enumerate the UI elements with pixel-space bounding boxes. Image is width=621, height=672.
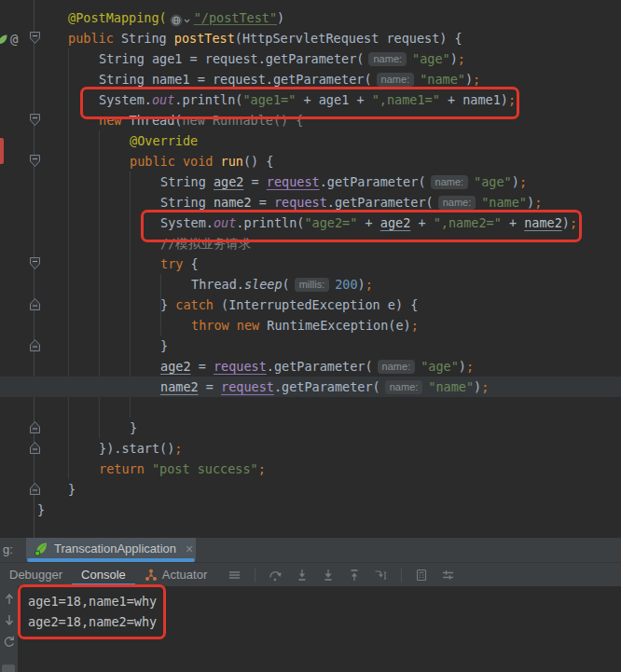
- code-token: "age": [474, 174, 512, 189]
- code-line[interactable]: [0, 397, 621, 418]
- fold-open-icon[interactable]: [29, 154, 41, 168]
- code-token: "name": [481, 195, 527, 210]
- code-token: age2: [214, 174, 244, 189]
- code-line[interactable]: String name2 = request.getParameter(name…: [0, 192, 621, 213]
- layout-settings-icon[interactable]: [441, 569, 455, 582]
- code-line[interactable]: try {: [0, 254, 621, 274]
- step-into-icon[interactable]: [296, 569, 309, 582]
- step-over-icon[interactable]: [269, 569, 283, 582]
- code-token: age2: [160, 359, 191, 374]
- code-editor[interactable]: @PostMapping("/postTest")public String p…: [0, 0, 621, 538]
- actuator-icon: [145, 569, 158, 582]
- code-token: public void: [130, 154, 221, 169]
- rerun-icon[interactable]: [3, 636, 15, 648]
- run-tab-strip: g: TranscationApplication ×: [0, 538, 621, 562]
- menu-icon[interactable]: [228, 569, 242, 582]
- code-line[interactable]: System.out.println("age2=" + age2 + ",na…: [0, 213, 621, 233]
- step-out-icon[interactable]: [348, 569, 361, 582]
- run-to-cursor-icon[interactable]: [374, 569, 388, 582]
- tab-actuator[interactable]: Actuator: [135, 563, 216, 586]
- code-line[interactable]: String age1 = request.getParameter(name:…: [0, 48, 621, 69]
- debug-toolbar-icons: [228, 568, 455, 583]
- code-token: "/postTest": [194, 10, 277, 25]
- code-line[interactable]: @PostMapping("/postTest"): [0, 7, 621, 28]
- code-token: postTest: [174, 31, 235, 46]
- code-token: +: [502, 215, 524, 230]
- code-line[interactable]: }).start();: [0, 438, 621, 459]
- arrow-down-icon[interactable]: [4, 614, 15, 626]
- code-token: String age1 = request.getParameter(: [99, 51, 364, 66]
- code-token: (: [283, 277, 290, 292]
- code-line[interactable]: Thread.sleep(millis:200);: [0, 274, 621, 295]
- code-line[interactable]: @Override: [0, 130, 621, 151]
- code-line[interactable]: new Thread(new Runnable() {: [0, 110, 621, 130]
- code-token: System.: [160, 215, 214, 230]
- code-line[interactable]: public String postTest(HttpServletReques…: [0, 28, 621, 48]
- evaluate-expression-icon[interactable]: [415, 569, 428, 582]
- code-line[interactable]: }: [0, 418, 621, 438]
- run-tab-transcation-application[interactable]: TranscationApplication ×: [26, 538, 196, 559]
- debug-toolbar: DebuggerConsoleActuator: [0, 562, 621, 586]
- fold-open-icon[interactable]: [29, 113, 41, 127]
- code-line[interactable]: //模拟业务请求: [0, 233, 621, 254]
- code-token: .getParameter(: [320, 174, 426, 189]
- parameter-hint-chip: name:: [378, 360, 416, 374]
- code-token: Thread(: [130, 113, 183, 128]
- force-step-into-icon[interactable]: [322, 569, 335, 582]
- code-token: request: [267, 174, 320, 189]
- code-token: ;: [481, 379, 489, 394]
- code-line[interactable]: age2 = request.getParameter(name:"age");: [0, 356, 621, 377]
- parameter-hint-chip: name:: [368, 52, 407, 66]
- console-output: age1=18,name1=whyage2=18,name2=why: [28, 591, 157, 632]
- code-token: .println(: [236, 215, 304, 230]
- code-line[interactable]: }: [0, 500, 621, 520]
- fold-close-icon[interactable]: [29, 338, 41, 352]
- code-token: out: [214, 215, 236, 230]
- code-token: ;: [174, 441, 182, 456]
- code-token: ;: [508, 92, 516, 107]
- tab-debugger[interactable]: Debugger: [0, 563, 72, 586]
- code-token: }: [160, 338, 168, 353]
- code-token: new Runnable() {: [182, 113, 303, 128]
- code-token: catch: [175, 297, 221, 312]
- code-token: run: [221, 154, 243, 169]
- code-token: ;: [466, 359, 474, 374]
- console-panel[interactable]: age1=18,name1=whyage2=18,name2=why: [0, 586, 621, 672]
- code-line[interactable]: String name1 = request.getParameter(name…: [0, 69, 621, 89]
- parameter-hint-chip: name:: [377, 73, 415, 87]
- spring-bean-icon: [0, 34, 8, 46]
- code-line[interactable]: System.out.println("age1=" + age1 + ",na…: [0, 89, 621, 110]
- fold-close-icon[interactable]: [29, 420, 41, 434]
- code-line[interactable]: String age2 = request.getParameter(name:…: [0, 171, 621, 192]
- code-token: "name": [420, 72, 465, 87]
- code-token: + age1 +: [296, 92, 371, 107]
- fold-close-icon[interactable]: [29, 482, 41, 496]
- fold-close-icon[interactable]: [29, 297, 41, 311]
- code-line[interactable]: }: [0, 479, 621, 500]
- code-line[interactable]: throw new RuntimeException(e);: [0, 315, 621, 336]
- code-token: }: [130, 420, 137, 435]
- arrow-up-icon[interactable]: [4, 593, 15, 605]
- run-tab-label: TranscationApplication: [54, 542, 176, 555]
- code-line[interactable]: } catch (InterruptedException e) {: [0, 295, 621, 315]
- tab-console[interactable]: Console: [72, 563, 135, 586]
- code-token: ;: [534, 195, 542, 210]
- code-token: return: [99, 461, 152, 476]
- code-line[interactable]: return "post success";: [0, 459, 621, 479]
- code-token: ): [459, 359, 466, 374]
- fold-close-icon[interactable]: [29, 441, 41, 455]
- fold-open-icon[interactable]: [29, 256, 41, 270]
- code-token: String: [160, 195, 214, 210]
- code-token: }).start(): [99, 441, 174, 456]
- code-token: ;: [258, 461, 266, 476]
- code-token: "age1=": [242, 92, 296, 107]
- fold-open-icon[interactable]: [29, 31, 41, 45]
- code-line[interactable]: name2 = request.getParameter(name:"name"…: [0, 377, 621, 397]
- close-icon[interactable]: ×: [186, 542, 193, 556]
- code-line[interactable]: }: [0, 336, 621, 356]
- code-token: "post success": [152, 461, 258, 476]
- tab-label: Debugger: [9, 568, 62, 582]
- code-token: ): [450, 51, 458, 66]
- partial-icon[interactable]: [2, 665, 15, 672]
- code-line[interactable]: public void run() {: [0, 151, 621, 171]
